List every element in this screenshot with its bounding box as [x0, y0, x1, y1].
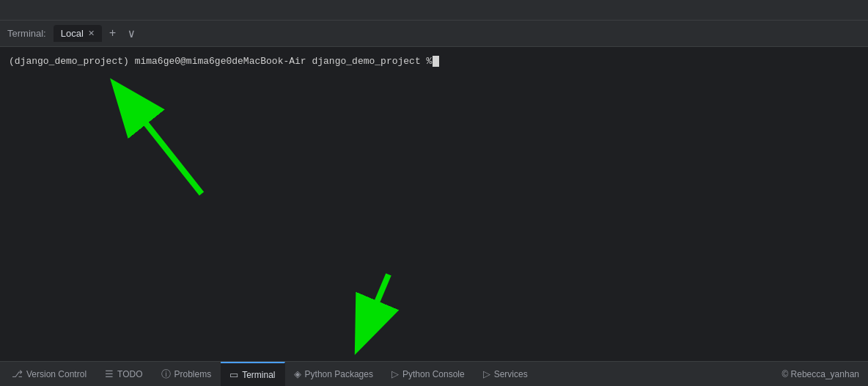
version-control-icon: ⎇: [12, 368, 23, 379]
tab-close-icon[interactable]: ✕: [88, 29, 95, 37]
problems-icon: ⓘ: [161, 368, 171, 381]
bottom-tab-python-console[interactable]: ▷ Python Console: [383, 362, 474, 387]
bottom-tab-problems[interactable]: ⓘ Problems: [152, 362, 221, 387]
bottom-tab-python-packages[interactable]: ◈ Python Packages: [285, 362, 383, 387]
tab-local[interactable]: Local ✕: [54, 25, 102, 42]
bottom-tab-todo-label: TODO: [117, 369, 142, 379]
tab-add-button[interactable]: +: [105, 26, 121, 42]
python-console-icon: ▷: [391, 368, 399, 379]
todo-icon: ☰: [105, 368, 114, 379]
bottom-tab-version-control-label: Version Control: [26, 369, 87, 379]
terminal-label: Terminal:: [7, 28, 46, 39]
bottom-tab-terminal[interactable]: ▭ Terminal: [221, 362, 284, 387]
bottom-tab-problems-label: Problems: [174, 369, 212, 379]
tab-local-label: Local: [61, 28, 84, 39]
bottom-right-info: © Rebecca_yanhan: [781, 369, 865, 379]
terminal-content[interactable]: (django_demo_project) mima6ge0@mima6ge0d…: [0, 47, 868, 361]
top-strip: [0, 0, 868, 21]
services-icon: ▷: [483, 368, 490, 379]
bottom-tab-services[interactable]: ▷ Services: [474, 362, 537, 387]
terminal-cursor: [433, 56, 439, 67]
python-packages-icon: ◈: [294, 368, 301, 379]
bottom-tab-bar: ⎇ Version Control ☰ TODO ⓘ Problems ▭ Te…: [0, 361, 868, 386]
terminal-icon: ▭: [229, 369, 238, 380]
tab-bar: Terminal: Local ✕ + ∨: [0, 21, 868, 47]
bottom-tab-todo[interactable]: ☰ TODO: [96, 362, 152, 387]
bottom-tab-python-console-label: Python Console: [402, 369, 465, 379]
bottom-tab-services-label: Services: [494, 369, 528, 379]
tab-dropdown-button[interactable]: ∨: [123, 25, 139, 43]
bottom-tab-python-packages-label: Python Packages: [305, 369, 373, 379]
terminal-prompt: (django_demo_project) mima6ge0@mima6ge0d…: [9, 54, 432, 69]
bottom-tab-terminal-label: Terminal: [242, 370, 275, 380]
terminal-line: (django_demo_project) mima6ge0@mima6ge0d…: [9, 54, 859, 69]
bottom-tab-version-control[interactable]: ⎇ Version Control: [3, 362, 96, 387]
